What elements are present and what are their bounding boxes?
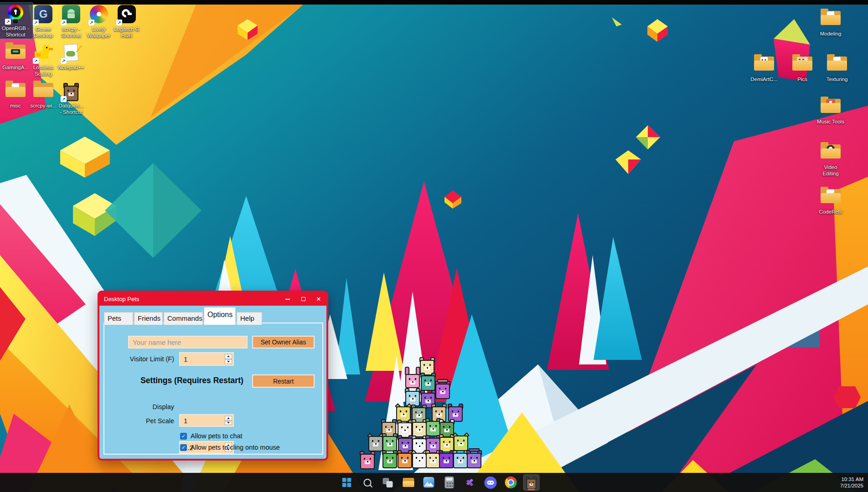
pet-eye-icon (476, 457, 478, 459)
set-owner-alias-button[interactable]: Set Owner Alias (252, 336, 315, 348)
owner-name-input[interactable] (128, 336, 248, 348)
minimize-button[interactable] (280, 292, 295, 306)
desktop-icon-pics[interactable]: Pics (785, 54, 820, 84)
window-title: Desktop Pets (99, 296, 280, 302)
desktop-pet[interactable] (405, 369, 420, 388)
tab-options[interactable]: Options (204, 307, 236, 325)
tab-commands[interactable]: Commands (164, 312, 203, 325)
desktop-pet[interactable] (382, 449, 398, 468)
taskbar-clock[interactable]: 10:31 AM 7/21/2025 (840, 476, 863, 489)
pet-muzzle-icon (430, 445, 436, 448)
taskbar-desktop-pets-button[interactable] (523, 474, 540, 491)
desktop-pet[interactable] (453, 432, 469, 451)
pet-body (360, 454, 375, 469)
folder-icon (827, 55, 847, 72)
calculator-icon (445, 477, 454, 488)
close-button[interactable]: ✕ (311, 292, 326, 306)
visitor-limit-spinbox[interactable]: 1 (179, 352, 234, 366)
desktop-icon-music-tools[interactable]: Music Tools (813, 96, 848, 126)
display-spinbox[interactable]: 1 (179, 414, 234, 427)
desktop-pet[interactable] (360, 450, 375, 469)
pet-muzzle-icon (530, 483, 533, 486)
pet-body (467, 453, 481, 468)
shortcut-arrow-icon: ↗ (33, 20, 39, 26)
desktop-icon-modeling[interactable]: Modeling (813, 8, 848, 38)
maximize-button[interactable] (295, 292, 311, 306)
folder-icon (820, 10, 841, 26)
spin-up-button[interactable] (225, 354, 232, 359)
pet-eye-icon (415, 411, 417, 413)
pet-muzzle-icon (410, 398, 415, 401)
desktop-pet[interactable] (397, 449, 413, 468)
music-folder-icon (820, 97, 841, 114)
desktop-icon-datquins[interactable]: ↗Datquins...- Shortcut (54, 80, 88, 116)
desktop-icon-texturing[interactable]: Texturing (820, 54, 854, 84)
spin-up-button[interactable] (225, 416, 232, 420)
window-titlebar[interactable]: Desktop Pets ✕ (99, 292, 326, 306)
pet-eye-icon (424, 364, 425, 366)
taskbar-search-button[interactable] (359, 474, 376, 491)
desktop-pet[interactable] (435, 380, 450, 399)
pet-eye-icon (406, 410, 407, 412)
desktop-pet[interactable] (425, 417, 441, 436)
pet-eye-icon (463, 440, 465, 441)
taskbar-task-view-button[interactable] (380, 474, 396, 491)
taskbar-visual-studio-button[interactable] (462, 474, 478, 491)
file-explorer-icon (403, 478, 414, 487)
folder-icon (5, 82, 26, 98)
search-icon (363, 479, 371, 487)
pet-muzzle-icon (402, 429, 408, 433)
tab-pets[interactable]: Pets (104, 312, 133, 325)
tab-help[interactable]: Help (237, 312, 262, 325)
pet-muzzle-icon (458, 442, 464, 446)
restart-button[interactable]: Restart (252, 374, 315, 388)
desktop-icon-notepad[interactable]: ↗Notepad++ (54, 42, 88, 72)
task-view-icon (383, 478, 393, 487)
pet-eye-icon (422, 457, 423, 459)
pet-eye-icon (364, 458, 365, 460)
desktop-pet[interactable] (368, 432, 383, 451)
pet-eye-icon (385, 426, 387, 428)
pet-muzzle-icon (401, 413, 406, 417)
pet-eye-icon (443, 441, 444, 443)
pet-eye-icon (441, 410, 443, 412)
pet-muzzle-icon (417, 460, 422, 463)
taskbar-discord-button[interactable] (482, 474, 499, 491)
pet-eye-icon (443, 457, 444, 459)
pet-body (421, 375, 435, 391)
desktop-pet[interactable] (382, 432, 398, 451)
desktop-pet[interactable] (412, 449, 427, 468)
pet-body (453, 453, 468, 468)
desktop-icon-demiartc[interactable]: DemiArtC... (747, 54, 781, 84)
pet-muzzle-icon (440, 390, 445, 394)
allow-cling-label: Allow pets to cling onto mouse (191, 444, 280, 451)
desktop-icon-coderefs[interactable]: CodeRefs (813, 186, 848, 216)
spin-down-button[interactable] (225, 421, 232, 425)
desktop-pet[interactable] (439, 449, 454, 468)
tab-friends[interactable]: Friends (134, 312, 163, 325)
pet-eye-icon (400, 410, 401, 412)
allow-chat-checkbox[interactable]: ✓ (180, 433, 187, 440)
pet-muzzle-icon (444, 444, 450, 447)
spin-down-button[interactable] (225, 359, 232, 364)
pet-eye-icon (449, 441, 450, 443)
desktop-icon-video[interactable]: VideoEditing (813, 142, 848, 178)
allow-chat-row: ✓ Allow pets to chat (180, 432, 243, 440)
shortcut-arrow-icon: ↗ (116, 20, 122, 26)
pet-eye-icon (407, 457, 408, 459)
pet-body (454, 436, 468, 451)
taskbar-file-explorer-button[interactable] (400, 474, 417, 491)
pet-eye-icon (430, 379, 432, 381)
desktop-pet[interactable] (453, 449, 468, 468)
taskbar-calculator-button[interactable] (441, 474, 458, 491)
desktop-icon-logitech-g[interactable]: ↗Logitech GHUB (109, 3, 144, 40)
taskbar-start-button[interactable] (339, 474, 355, 491)
taskbar-photos-button[interactable] (421, 474, 437, 491)
pet-eye-icon (470, 457, 472, 459)
desktop-pet[interactable] (420, 372, 436, 391)
taskbar-chrome-button[interactable] (503, 474, 519, 491)
allow-cling-checkbox[interactable]: ✓ (180, 444, 187, 451)
pet-muzzle-icon (424, 367, 430, 370)
visual-studio-icon (465, 477, 475, 488)
desktop-pet[interactable] (466, 449, 482, 468)
